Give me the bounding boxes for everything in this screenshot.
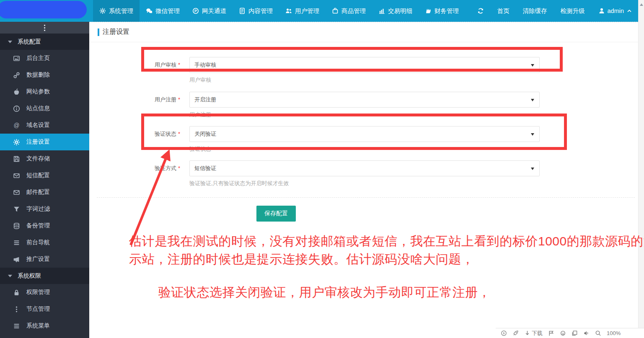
sidebar-item-backend-home[interactable]: 后台主页 — [0, 50, 89, 67]
home-link[interactable]: 首页 — [497, 7, 510, 15]
magnifier-icon — [595, 330, 601, 336]
speed-mode-button[interactable] — [501, 330, 507, 336]
section-divider — [97, 197, 635, 198]
envelope-icon — [13, 172, 20, 179]
gear-icon — [99, 8, 106, 14]
nav-item-content-management[interactable]: 内容管理 — [233, 0, 279, 22]
sidebar-item-domain-settings[interactable]: 域名设置 — [0, 117, 89, 134]
nav-item-goods-management[interactable]: 商品管理 — [326, 0, 372, 22]
sidebar-section-system-permission[interactable]: 系统权限 — [0, 268, 89, 284]
sidebar-item-site-params[interactable]: 网站参数 — [0, 83, 89, 100]
sidebar: 系统配置 后台主页 数据删除 网站参数 站点信息 域名设置 注册设置 文件存 — [0, 22, 89, 338]
clear-cache-link[interactable]: 清除缓存 — [523, 7, 547, 15]
sidebar-item-label: 网站参数 — [26, 88, 50, 95]
nav-item-trade-detail[interactable]: 交易明细 — [372, 0, 419, 22]
report-flag-button[interactable] — [548, 330, 554, 336]
sidebar-item-file-storage[interactable]: 文件存储 — [0, 150, 89, 167]
caret-down-icon — [8, 275, 12, 277]
megaphone-icon — [13, 256, 20, 263]
speed-icon — [501, 330, 507, 336]
header-divider — [89, 42, 638, 42]
nav-item-gateway-channel[interactable]: 网关通道 — [186, 0, 233, 22]
verify-method-select[interactable]: 短信验证 — [189, 160, 540, 176]
field-label-user-audit: 用户审核* — [89, 57, 180, 73]
nav-item-label: 商品管理 — [341, 7, 366, 15]
sidebar-item-label: 后台主页 — [26, 54, 50, 62]
compat-mode-button[interactable] — [560, 330, 566, 336]
sidebar-item-sms-config[interactable]: 短信配置 — [0, 167, 89, 184]
more-dots-icon — [44, 25, 45, 31]
dots-vertical-icon — [13, 306, 20, 313]
sound-button[interactable] — [583, 330, 590, 336]
sidebar-collapse-toggle[interactable] — [0, 22, 89, 34]
verify-status-select[interactable]: 关闭验证 — [189, 126, 540, 142]
sidebar-item-label: 站点信息 — [26, 105, 50, 112]
nav-item-system-management[interactable]: 系统管理 — [93, 0, 140, 22]
required-asterisk: * — [178, 131, 180, 137]
check-upgrade-link[interactable]: 检测升级 — [561, 7, 585, 15]
page-zoom-button[interactable] — [595, 330, 601, 336]
sidebar-item-node-management[interactable]: 节点管理 — [0, 301, 89, 317]
caret-up-icon — [626, 8, 632, 14]
select-caret-icon — [531, 64, 534, 67]
annotation-text-line3: 验证状态选择关闭验证，用户审核改为手动即可正常注册， — [158, 284, 491, 301]
sidebar-item-label: 权限管理 — [26, 289, 50, 296]
nav-item-wechat-management[interactable]: 微信管理 — [140, 0, 186, 22]
user-register-select[interactable]: 开启注册 — [189, 92, 540, 108]
window-mode-button[interactable] — [572, 330, 578, 336]
image-icon — [13, 55, 20, 62]
sidebar-item-label: 节点管理 — [26, 305, 50, 313]
sidebar-item-mail-config[interactable]: 邮件配置 — [0, 184, 89, 201]
field-help-verify-status: 验证状态 — [189, 145, 211, 153]
nav-item-user-management[interactable]: 用户管理 — [279, 0, 326, 22]
ie-icon — [560, 330, 566, 336]
sidebar-item-label: 邮件配置 — [26, 188, 50, 196]
zoom-level[interactable]: 100% — [607, 330, 621, 336]
select-value: 关闭验证 — [194, 130, 216, 138]
select-value: 手动审核 — [194, 61, 216, 69]
top-navbar: 系统管理 微信管理 网关通道 内容管理 用户管理 商品管理 — [0, 0, 638, 22]
sidebar-item-label: 备份管理 — [26, 222, 50, 230]
boost-button[interactable] — [512, 330, 519, 336]
sidebar-item-register-settings[interactable]: 注册设置 — [0, 134, 89, 150]
sidebar-item-label: 系统菜单 — [26, 322, 50, 330]
save-config-button[interactable]: 保存配置 — [256, 206, 296, 222]
scrollbar-up-arrow[interactable] — [640, 3, 643, 6]
annotation-text-line2: 示站，注册的时候也是提示连接失败。估计源码没啥大问题， — [129, 251, 474, 268]
document-icon — [239, 8, 246, 14]
sidebar-item-system-menu[interactable]: 系统菜单 — [0, 317, 89, 334]
page-scrollbar[interactable] — [638, 0, 644, 328]
nav-item-label: 微信管理 — [155, 7, 180, 15]
select-value: 开启注册 — [194, 96, 216, 103]
user-audit-select[interactable]: 手动审核 — [189, 57, 540, 73]
sidebar-item-site-info[interactable]: 站点信息 — [0, 100, 89, 117]
top-menu: 系统管理 微信管理 网关通道 内容管理 用户管理 商品管理 — [93, 0, 465, 22]
refresh-button[interactable] — [477, 8, 484, 14]
menu-lines-icon — [13, 323, 20, 330]
field-label-verify-status: 验证状态* — [89, 126, 180, 142]
required-asterisk: * — [178, 96, 180, 103]
link-icon — [13, 72, 20, 79]
nav-item-label: 网关通道 — [202, 7, 226, 15]
select-caret-icon — [531, 99, 534, 101]
field-help-user-audit: 用户审核 — [189, 76, 211, 84]
field-help-verify-method: 验证验证,只有验证状态为开启时候才生效 — [189, 180, 289, 187]
database-icon — [13, 222, 20, 230]
sidebar-item-label: 字词过滤 — [26, 205, 50, 213]
sidebar-section-system-config[interactable]: 系统配置 — [0, 34, 89, 50]
download-label: 下载 — [532, 330, 543, 337]
sidebar-item-permission-management[interactable]: 权限管理 — [0, 284, 89, 301]
user-menu[interactable]: admin — [598, 8, 633, 14]
sidebar-item-frontend-nav[interactable]: 前台导航 — [0, 234, 89, 251]
browser-status-bar: 下载 100% — [496, 328, 644, 338]
nav-item-label: 用户管理 — [295, 7, 319, 15]
download-button[interactable]: 下载 — [524, 330, 543, 337]
envelope-icon — [13, 189, 20, 196]
sidebar-item-promotion-settings[interactable]: 推广设置 — [0, 251, 89, 268]
gear-icon — [13, 139, 20, 146]
floppy-icon — [13, 155, 20, 163]
sidebar-item-data-delete[interactable]: 数据删除 — [0, 67, 89, 83]
sidebar-item-word-filter[interactable]: 字词过滤 — [0, 201, 89, 217]
nav-item-finance-management[interactable]: 财务管理 — [419, 0, 465, 22]
sidebar-item-backup-management[interactable]: 备份管理 — [0, 217, 89, 234]
